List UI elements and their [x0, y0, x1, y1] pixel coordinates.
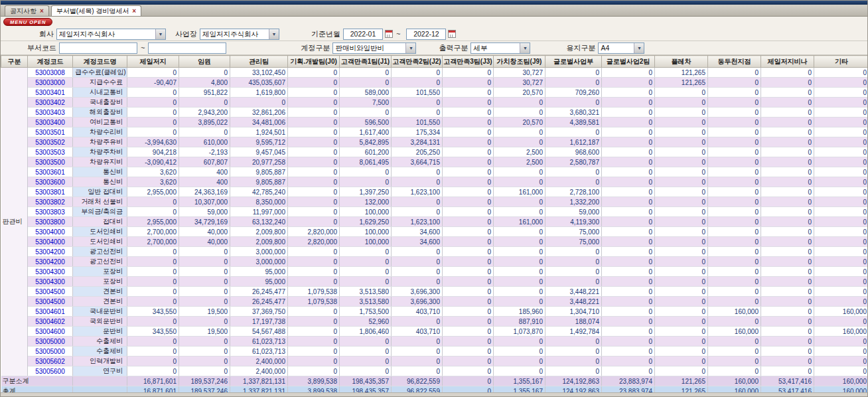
value-cell[interactable]: 3,620 [127, 177, 179, 187]
account-code-cell[interactable]: 53004500 [28, 287, 73, 297]
value-cell[interactable]: 343,550 [127, 327, 179, 337]
value-cell[interactable]: 0 [814, 287, 868, 297]
value-cell[interactable]: 0 [494, 237, 545, 247]
value-cell[interactable]: 1,355,167 [494, 386, 545, 393]
value-cell[interactable]: 0 [761, 108, 814, 118]
value-cell[interactable]: 0 [761, 137, 814, 147]
value-cell[interactable]: 0 [288, 167, 340, 177]
value-cell[interactable]: 0 [127, 88, 179, 98]
table-row[interactable]: 53003402국내출장비00007,500000000000 [1, 98, 868, 108]
account-name-cell[interactable]: 견본비 [73, 297, 127, 307]
value-cell[interactable]: 0 [545, 127, 602, 137]
value-cell[interactable]: 5,842,895 [340, 137, 392, 147]
value-cell[interactable]: 0 [392, 357, 443, 366]
value-cell[interactable]: 0 [127, 366, 179, 376]
value-cell[interactable]: 0 [179, 98, 230, 108]
value-cell[interactable]: 2,955,000 [127, 187, 179, 197]
value-cell[interactable]: 1,397,250 [340, 187, 392, 197]
value-cell[interactable]: 0 [179, 357, 230, 366]
value-cell[interactable]: 0 [443, 357, 494, 366]
value-cell[interactable]: 0 [814, 366, 868, 376]
value-cell[interactable]: 0 [443, 68, 494, 78]
value-cell[interactable]: 0 [761, 237, 814, 247]
account-name-cell[interactable]: 차량수리비 [73, 127, 127, 137]
value-cell[interactable]: 3,899,538 [288, 376, 340, 386]
value-cell[interactable]: 0 [655, 337, 708, 347]
value-cell[interactable]: 160,000 [708, 376, 761, 386]
value-cell[interactable]: 0 [655, 317, 708, 327]
value-cell[interactable]: 30,727 [494, 68, 545, 78]
value-cell[interactable]: 0 [288, 157, 340, 167]
value-cell[interactable]: 2,820,000 [288, 227, 340, 237]
value-cell[interactable]: 2,500 [494, 157, 545, 167]
table-row[interactable]: 53004602국외운반비0017,197,738052,96000887,91… [1, 317, 868, 327]
value-cell[interactable]: 0 [288, 247, 340, 257]
value-cell[interactable]: 0 [708, 118, 761, 127]
table-row[interactable]: 53004300포장비0095,00000000000000 [1, 277, 868, 287]
value-cell[interactable]: 0 [288, 78, 340, 88]
value-cell[interactable]: 0 [392, 177, 443, 187]
value-cell[interactable]: 0 [443, 118, 494, 127]
value-cell[interactable]: 0 [340, 177, 392, 187]
value-cell[interactable]: 0 [655, 167, 708, 177]
horizontal-scrollbar[interactable] [1, 392, 867, 397]
value-cell[interactable]: 0 [602, 187, 655, 197]
value-cell[interactable]: 0 [761, 357, 814, 366]
value-cell[interactable]: 0 [761, 177, 814, 187]
value-cell[interactable]: 188,074 [545, 317, 602, 327]
value-cell[interactable]: 0 [127, 118, 179, 127]
value-cell[interactable]: 3,664,715 [392, 157, 443, 167]
value-cell[interactable]: 0 [602, 297, 655, 307]
account-code-cell[interactable]: 53004602 [28, 317, 73, 327]
table-row[interactable]: 53004200광고선전비003,000,00000000000000 [1, 257, 868, 267]
value-cell[interactable]: 0 [708, 257, 761, 267]
value-cell[interactable]: 0 [340, 247, 392, 257]
table-row[interactable]: 53003503차량주차비904,218-2,1939,457,0450601,… [1, 147, 868, 157]
value-cell[interactable]: 0 [494, 167, 545, 177]
table-row[interactable]: 53003601통신비3,6204009,805,88700000000000 [1, 167, 868, 177]
value-cell[interactable]: 0 [288, 98, 340, 108]
value-cell[interactable]: 161,000 [494, 187, 545, 197]
value-cell[interactable]: 0 [127, 347, 179, 357]
value-cell[interactable]: 0 [761, 78, 814, 88]
total-row[interactable]: 총계16,871,601189,537,2461,337,821,1313,89… [1, 386, 868, 393]
value-cell[interactable]: 23,883,974 [602, 376, 655, 386]
account-code-cell[interactable]: 53003803 [28, 207, 73, 217]
value-cell[interactable]: 1,623,100 [392, 217, 443, 227]
value-cell[interactable]: 1,619,800 [230, 88, 288, 98]
value-cell[interactable]: 0 [545, 357, 602, 366]
account-name-cell[interactable]: 거래처 선물비 [73, 197, 127, 207]
account-name-cell[interactable]: 차량주차비 [73, 147, 127, 157]
value-cell[interactable]: 0 [655, 187, 708, 197]
value-cell[interactable]: 0 [761, 167, 814, 177]
value-cell[interactable]: 100,000 [340, 227, 392, 237]
table-row[interactable]: 53005000수출제비0061,023,71300000000000 [1, 337, 868, 347]
value-cell[interactable]: 601,200 [340, 147, 392, 157]
table-row[interactable]: 53003802거래처 선물비010,307,0008,350,0000132,… [1, 197, 868, 207]
value-cell[interactable]: 95,000 [230, 267, 288, 277]
value-cell[interactable]: 0 [443, 297, 494, 307]
value-cell[interactable]: 0 [708, 357, 761, 366]
value-cell[interactable]: 0 [392, 247, 443, 257]
value-cell[interactable]: 0 [179, 287, 230, 297]
value-cell[interactable]: 0 [761, 277, 814, 287]
value-cell[interactable]: 2,500 [494, 147, 545, 157]
value-cell[interactable]: 0 [602, 197, 655, 207]
value-cell[interactable]: 0 [814, 98, 868, 108]
value-cell[interactable]: 0 [494, 287, 545, 297]
value-cell[interactable]: 0 [443, 177, 494, 187]
value-cell[interactable]: 0 [127, 267, 179, 277]
value-cell[interactable]: 0 [708, 297, 761, 307]
value-cell[interactable]: 189,537,246 [179, 376, 230, 386]
account-name-cell[interactable]: 견본비 [73, 287, 127, 297]
value-cell[interactable]: 0 [179, 366, 230, 376]
value-cell[interactable]: 0 [761, 88, 814, 98]
value-cell[interactable]: 34,481,006 [230, 118, 288, 127]
column-header-5[interactable]: 임원 [179, 56, 230, 68]
value-cell[interactable]: 9,805,887 [230, 167, 288, 177]
value-cell[interactable]: 0 [443, 267, 494, 277]
value-cell[interactable]: 0 [761, 347, 814, 357]
value-cell[interactable]: 0 [288, 337, 340, 347]
value-cell[interactable]: 403,710 [392, 327, 443, 337]
value-cell[interactable]: 0 [494, 207, 545, 217]
